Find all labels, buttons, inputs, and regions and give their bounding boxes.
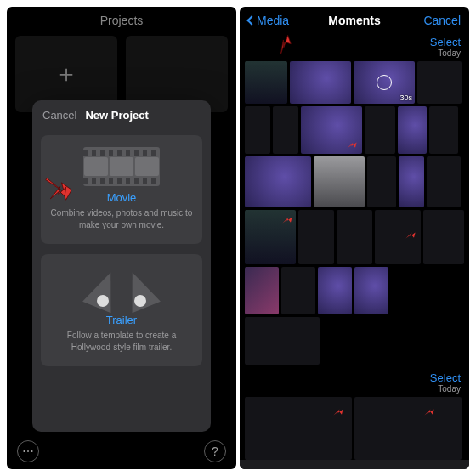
media-thumb[interactable] xyxy=(318,267,352,314)
select-button[interactable]: Select xyxy=(430,36,461,48)
media-thumb[interactable] xyxy=(423,210,464,264)
media-thumb[interactable] xyxy=(245,106,270,154)
media-thumb[interactable] xyxy=(427,156,461,207)
media-grid xyxy=(240,156,469,207)
media-thumb[interactable] xyxy=(273,106,298,154)
section-date: Today xyxy=(438,48,461,58)
chevron-left-icon xyxy=(246,15,256,25)
annotation-arrow xyxy=(422,404,436,417)
new-project-sheet: Cancel New Project Movie Combine videos,… xyxy=(32,100,211,432)
media-grid xyxy=(240,106,469,154)
annotation-arrow xyxy=(332,404,345,417)
section-date: Today xyxy=(438,384,461,394)
media-thumb[interactable] xyxy=(365,106,395,154)
media-thumb[interactable] xyxy=(367,156,396,207)
create-movie-button[interactable]: Create Movie xyxy=(240,468,469,469)
media-thumb[interactable] xyxy=(354,267,388,314)
media-picker-screen: Media Moments Cancel Select Today 30s xyxy=(240,7,469,469)
media-grid xyxy=(240,397,469,460)
media-thumb[interactable] xyxy=(298,210,334,264)
sheet-title: New Project xyxy=(85,109,148,122)
media-thumb[interactable] xyxy=(399,156,424,207)
media-grid xyxy=(240,267,469,365)
trailer-option-desc: Follow a template to create a Hollywood-… xyxy=(49,330,194,353)
section-header: Select Today xyxy=(240,370,469,397)
help-button[interactable]: ? xyxy=(204,440,226,462)
more-button[interactable]: ⋯ xyxy=(17,440,39,462)
media-thumb[interactable] xyxy=(417,61,462,104)
sheet-cancel-button[interactable]: Cancel xyxy=(42,109,76,122)
media-thumb[interactable] xyxy=(245,210,296,264)
media-thumb[interactable] xyxy=(245,267,279,314)
spotlight-icon xyxy=(92,266,151,309)
media-thumb[interactable] xyxy=(245,317,320,365)
plus-icon: ＋ xyxy=(54,58,78,90)
media-thumb[interactable]: 30s xyxy=(354,61,415,104)
media-thumb[interactable] xyxy=(429,106,458,154)
media-thumb[interactable] xyxy=(245,61,287,104)
trailer-option-title: Trailer xyxy=(49,314,194,326)
projects-title: Projects xyxy=(7,7,236,32)
select-button[interactable]: Select xyxy=(430,371,461,384)
imovie-projects-screen: Projects ＋ Cancel New Project Movie Comb… xyxy=(7,7,236,469)
annotation-arrow xyxy=(280,212,294,225)
filmstrip-icon xyxy=(83,147,160,186)
media-grid: 30s xyxy=(240,61,469,104)
bottom-toolbar: ⋯ ? xyxy=(7,440,236,462)
movie-option-desc: Combine videos, photos and music to make… xyxy=(49,207,194,230)
media-thumb[interactable] xyxy=(281,267,315,314)
cancel-button[interactable]: Cancel xyxy=(423,14,461,27)
media-thumb[interactable] xyxy=(354,397,462,460)
media-grid xyxy=(240,210,469,264)
annotation-arrow xyxy=(42,170,75,203)
create-movie-bar[interactable]: Create Movie 0 items · 0 min xyxy=(240,460,469,469)
annotation-arrow xyxy=(404,227,417,241)
play-ring-icon xyxy=(377,75,392,90)
media-thumb[interactable] xyxy=(314,156,365,207)
trailer-option[interactable]: Trailer Follow a template to create a Ho… xyxy=(41,254,202,366)
media-thumb[interactable] xyxy=(245,397,352,460)
media-thumb[interactable] xyxy=(337,210,372,264)
media-thumb[interactable] xyxy=(245,156,311,207)
sheet-header: Cancel New Project xyxy=(32,100,211,130)
nav-bar: Media Moments Cancel xyxy=(240,7,469,34)
media-thumb[interactable] xyxy=(301,106,362,154)
media-thumb[interactable] xyxy=(290,61,351,104)
annotation-arrow xyxy=(345,137,359,150)
media-thumb[interactable] xyxy=(375,210,421,264)
video-duration: 30s xyxy=(400,94,412,102)
media-thumb[interactable] xyxy=(398,106,427,154)
